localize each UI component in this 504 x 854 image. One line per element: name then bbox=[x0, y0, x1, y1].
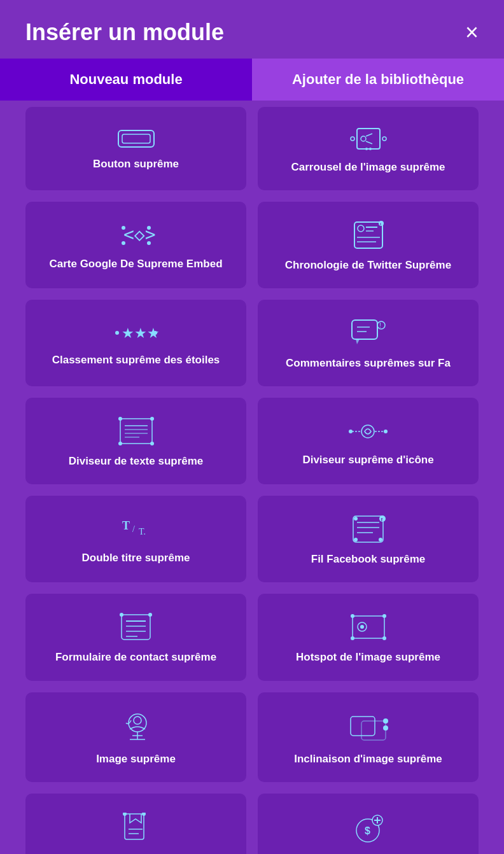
svg-point-10 bbox=[368, 148, 369, 150]
module-diviseur-texte-label: Diviseur de texte suprême bbox=[69, 454, 204, 468]
svg-text:/: / bbox=[132, 524, 135, 534]
module-insignes[interactable]: Insignes de texte suprêmes bbox=[25, 794, 246, 854]
module-hotspot-label: Hotspot de l'image suprême bbox=[296, 650, 440, 664]
svg-text:t: t bbox=[380, 222, 381, 226]
close-button[interactable]: × bbox=[465, 21, 479, 44]
svg-point-45 bbox=[349, 430, 353, 433]
svg-point-68 bbox=[360, 625, 364, 629]
svg-rect-78 bbox=[351, 717, 375, 736]
carousel-icon bbox=[349, 126, 388, 151]
tab-bibliotheque[interactable]: Ajouter de la bibliothèque bbox=[252, 59, 504, 101]
svg-point-15 bbox=[147, 241, 151, 245]
svg-point-44 bbox=[361, 425, 374, 438]
icon-divider-icon bbox=[347, 419, 389, 444]
module-hotspot[interactable]: Hotspot de l'image suprême bbox=[258, 594, 479, 680]
stars-icon: ★★★ bbox=[114, 322, 158, 344]
svg-point-81 bbox=[383, 725, 388, 731]
module-carrousel-label: Carrousel de l'image suprême bbox=[291, 160, 445, 174]
svg-point-17 bbox=[358, 225, 364, 232]
svg-point-84 bbox=[142, 813, 146, 816]
svg-point-14 bbox=[122, 241, 125, 245]
hotspot-icon bbox=[349, 613, 388, 641]
svg-point-6 bbox=[351, 137, 354, 141]
module-double-titre[interactable]: T / T. Double titre suprême bbox=[25, 496, 246, 582]
svg-point-71 bbox=[351, 636, 354, 640]
svg-rect-59 bbox=[122, 615, 150, 640]
modal: Insérer un module × Nouveau module Ajout… bbox=[0, 0, 504, 854]
svg-point-40 bbox=[118, 442, 122, 445]
module-chronologie-twitter[interactable]: t Chronologie de Twitter Suprême bbox=[258, 202, 479, 288]
svg-point-74 bbox=[134, 717, 141, 724]
comments-icon: ! bbox=[351, 319, 386, 347]
svg-text:!: ! bbox=[379, 322, 381, 329]
double-title-icon: T / T. bbox=[117, 517, 155, 542]
module-formulaire-label: Formulaire de contact suprême bbox=[55, 650, 216, 664]
svg-point-83 bbox=[123, 813, 127, 816]
svg-point-80 bbox=[383, 718, 388, 724]
module-formulaire[interactable]: Formulaire de contact suprême bbox=[25, 594, 246, 680]
svg-text:T: T bbox=[122, 519, 130, 532]
svg-point-69 bbox=[351, 614, 354, 618]
svg-rect-1 bbox=[122, 134, 150, 143]
tab-nouveau-module[interactable]: Nouveau module bbox=[0, 59, 252, 101]
module-liste-prix[interactable]: $ Liste de prix suprême bbox=[258, 794, 479, 854]
svg-point-39 bbox=[150, 417, 154, 421]
text-divider-icon bbox=[117, 417, 155, 445]
svg-line-5 bbox=[366, 141, 372, 144]
svg-text:$: $ bbox=[365, 825, 370, 836]
module-carrousel[interactable]: Carrousel de l'image suprême bbox=[258, 107, 479, 190]
svg-point-29 bbox=[377, 321, 385, 329]
svg-text:T.: T. bbox=[139, 527, 146, 536]
svg-point-3 bbox=[361, 136, 366, 141]
module-inclinaison-label: Inclinaison d'image suprême bbox=[294, 752, 442, 766]
svg-rect-79 bbox=[361, 721, 386, 740]
button-icon bbox=[117, 129, 155, 148]
contact-form-icon bbox=[118, 613, 153, 641]
svg-rect-33 bbox=[120, 419, 152, 444]
module-diviseur-icone-label: Diviseur suprême d'icône bbox=[302, 453, 433, 467]
module-carte-google[interactable]: <◇> Carte Google De Supreme Embed bbox=[25, 202, 246, 288]
module-classement[interactable]: ★★★ Classement suprême des étoiles bbox=[25, 300, 246, 386]
facebook-feed-icon: f bbox=[351, 515, 386, 543]
module-carte-google-label: Carte Google De Supreme Embed bbox=[49, 257, 222, 271]
modal-header: Insérer un module × bbox=[0, 0, 504, 59]
svg-point-46 bbox=[384, 430, 388, 433]
module-fil-facebook[interactable]: f Fil Facebook suprême bbox=[258, 496, 479, 582]
module-commentaires[interactable]: ! Commentaires suprêmes sur Fa bbox=[258, 300, 479, 386]
map-icon: <◇> bbox=[117, 223, 155, 248]
svg-point-70 bbox=[382, 614, 386, 618]
svg-rect-27 bbox=[352, 320, 377, 339]
module-diviseur-texte[interactable]: Diviseur de texte suprême bbox=[25, 398, 246, 484]
twitter-icon: t bbox=[349, 221, 388, 249]
svg-point-7 bbox=[382, 137, 386, 141]
module-image-label: Image suprême bbox=[96, 752, 176, 766]
module-fil-facebook-label: Fil Facebook suprême bbox=[311, 552, 426, 566]
module-double-titre-label: Double titre suprême bbox=[81, 551, 190, 565]
modal-title: Insérer un module bbox=[25, 19, 224, 46]
svg-line-4 bbox=[366, 134, 372, 136]
svg-point-65 bbox=[148, 613, 152, 617]
svg-text:★★★: ★★★ bbox=[122, 325, 158, 341]
image-icon bbox=[117, 711, 155, 743]
svg-point-38 bbox=[118, 417, 122, 421]
svg-point-64 bbox=[120, 613, 123, 617]
svg-point-8 bbox=[365, 148, 368, 150]
svg-marker-28 bbox=[356, 339, 360, 344]
svg-text:f: f bbox=[381, 517, 383, 522]
module-diviseur-icone[interactable]: Diviseur suprême d'icône bbox=[258, 398, 479, 484]
svg-rect-50 bbox=[353, 516, 383, 542]
tab-bar: Nouveau module Ajouter de la bibliothèqu… bbox=[0, 59, 504, 101]
module-chronologie-twitter-label: Chronologie de Twitter Suprême bbox=[285, 258, 451, 272]
module-inclinaison[interactable]: Inclinaison d'image suprême bbox=[258, 692, 479, 782]
module-bouton-label: Bouton suprême bbox=[93, 157, 179, 171]
modules-grid: Bouton suprême Carrousel de l'image supr… bbox=[0, 101, 504, 854]
module-image[interactable]: Image suprême bbox=[25, 692, 246, 782]
svg-point-9 bbox=[369, 148, 372, 150]
module-classement-label: Classement suprême des étoiles bbox=[52, 353, 220, 367]
svg-point-13 bbox=[147, 226, 151, 230]
svg-point-24 bbox=[115, 331, 119, 335]
module-bouton[interactable]: Bouton suprême bbox=[25, 107, 246, 190]
badge-icon bbox=[118, 813, 153, 844]
svg-point-56 bbox=[354, 517, 358, 521]
svg-point-41 bbox=[150, 442, 154, 445]
